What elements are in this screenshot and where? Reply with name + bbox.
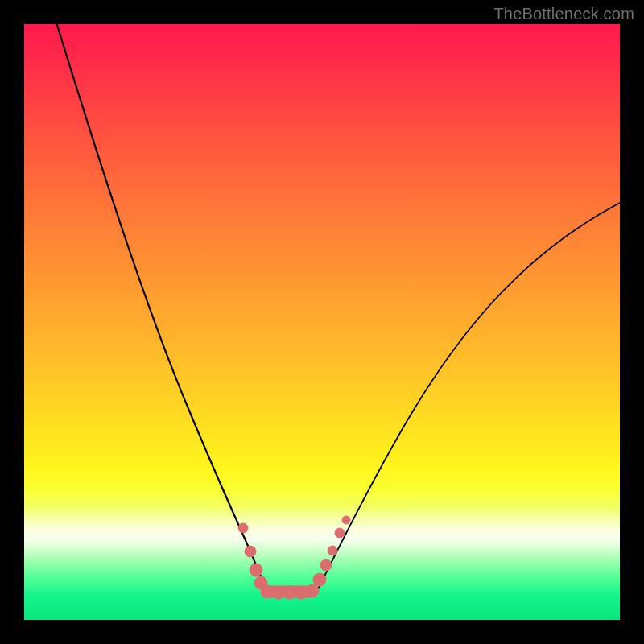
svg-point-3 <box>250 564 262 576</box>
svg-point-1 <box>238 523 248 533</box>
svg-point-2 <box>245 546 256 557</box>
svg-point-13 <box>328 546 337 555</box>
chart-stage: TheBottleneck.com <box>0 0 644 644</box>
bottleneck-chart <box>0 0 644 644</box>
svg-point-15 <box>342 516 350 524</box>
svg-point-9 <box>295 586 308 599</box>
watermark-text: TheBottleneck.com <box>493 5 634 23</box>
svg-point-11 <box>313 573 326 586</box>
svg-point-12 <box>320 559 332 571</box>
svg-point-10 <box>306 584 319 597</box>
svg-point-14 <box>335 528 345 538</box>
plot-background <box>24 24 620 620</box>
